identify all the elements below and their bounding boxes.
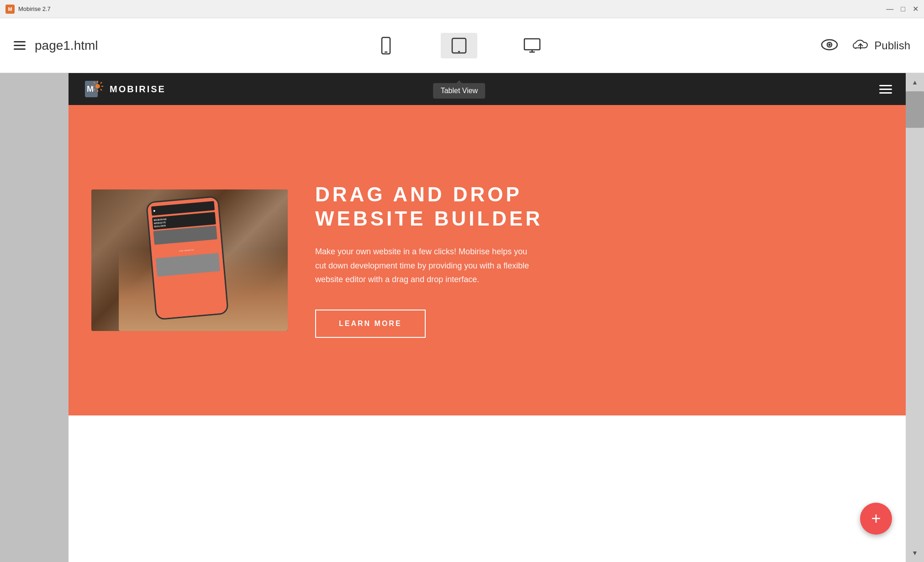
svg-rect-0 [382,37,390,54]
tablet-view-button[interactable] [441,33,477,58]
tablet-view-tooltip: Tablet View [433,83,486,99]
phone-body: MOBIRISE WEBSITE BUILDER FOR WEBSITE [146,196,229,320]
scroll-up-button[interactable]: ▲ [906,73,924,91]
maximize-button[interactable]: □ [901,5,905,13]
svg-line-19 [100,82,102,84]
app-icon: M [5,5,15,14]
toolbar-center: Tablet View [98,33,821,58]
hero-description: Make your own website in a few clicks! M… [315,245,534,287]
eye-icon [820,36,839,54]
mobile-icon [377,37,395,55]
svg-point-9 [829,43,831,46]
desktop-icon [523,37,541,55]
phone-screen: MOBIRISE WEBSITE BUILDER FOR WEBSITE [147,197,227,319]
browser-area: M [69,73,924,562]
mobirise-logo-svg: M [82,78,104,100]
publish-button[interactable]: Publish [852,37,910,54]
logo-icon: M [82,78,104,100]
scroll-down-button[interactable]: ▼ [906,544,924,562]
svg-point-13 [95,84,100,89]
desktop-view-button[interactable] [514,33,550,58]
title-bar: M Mobirise 2.7 — □ ✕ [0,0,924,18]
scroll-thumb[interactable] [906,91,924,128]
publish-cloud-icon [852,37,869,54]
mobile-view-button[interactable] [368,33,404,58]
svg-line-21 [100,89,102,90]
svg-rect-2 [452,38,466,53]
site-logo-text: MOBIRISE [110,84,166,95]
scroll-track[interactable] [906,91,924,562]
fab-plus-icon: + [871,510,881,527]
tablet-view-wrapper: Tablet View [441,33,477,58]
left-panel [0,73,69,562]
learn-more-button[interactable]: LEARN MORE [315,310,426,338]
fab-add-button[interactable]: + [860,503,892,535]
minimize-button[interactable]: — [886,5,893,13]
hero-title: DRAG AND DROP WEBSITE BUILDER [315,183,883,231]
hero-image: MOBIRISE WEBSITE BUILDER FOR WEBSITE [91,189,288,331]
app-title: Mobirise 2.7 [18,5,51,12]
publish-label: Publish [874,39,910,52]
hero-content: DRAG AND DROP WEBSITE BUILDER Make your … [315,183,883,337]
site-logo: M [82,78,166,100]
page-filename: page1.html [35,38,98,53]
tablet-icon [450,37,468,55]
title-bar-left: M Mobirise 2.7 [5,5,51,14]
hamburger-menu-button[interactable] [14,41,26,50]
window-controls: — □ ✕ [886,5,919,13]
preview-button[interactable] [820,36,839,56]
preview-window: M [69,73,906,562]
site-header: M [69,73,906,105]
toolbar: page1.html Tablet View [0,18,924,73]
site-hamburger-button[interactable] [879,85,892,94]
toolbar-right: Publish [820,36,924,56]
toolbar-left: page1.html [0,38,98,53]
close-button[interactable]: ✕ [913,5,919,13]
hero-section: MOBIRISE WEBSITE BUILDER FOR WEBSITE [69,105,906,415]
svg-rect-4 [524,39,540,50]
phone-mockup: MOBIRISE WEBSITE BUILDER FOR WEBSITE [91,189,288,331]
scrollbar: ▲ ▼ [906,73,924,562]
